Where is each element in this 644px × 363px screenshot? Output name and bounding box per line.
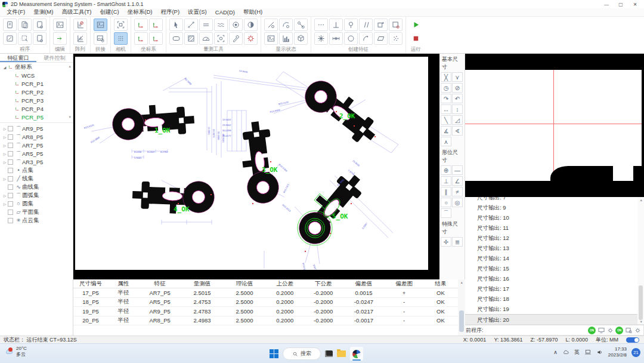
pick-tool-button[interactable] <box>169 19 183 31</box>
basic-dim-tool-11[interactable]: ∡ <box>441 126 451 136</box>
parallel-tool-button[interactable] <box>199 19 213 31</box>
output-list-item[interactable]: 尺寸输出: 14 <box>465 253 644 263</box>
unit-toggle[interactable] <box>626 337 639 343</box>
special-dim-tool-1[interactable]: ✢ <box>441 237 451 247</box>
basic-dim-tool-3[interactable]: ◷ <box>441 83 451 93</box>
table-scrollbar[interactable]: ▲ <box>458 279 465 336</box>
basic-dim-tool-1[interactable]: ╳ <box>441 72 451 82</box>
scroll-down-icon[interactable]: ▼ <box>640 320 643 324</box>
tree-item-pcr-p5-selected[interactable]: PCR_P5 <box>0 113 73 121</box>
stitch-settings-button[interactable] <box>94 32 107 45</box>
tree-item-pcr-p1[interactable]: PCR_P1 <box>0 79 73 88</box>
visibility-checkbox[interactable] <box>8 176 13 182</box>
tree-item-line-set[interactable]: ▷ ╱ 线集 <box>0 174 73 183</box>
scroll-up-icon[interactable]: ▲ <box>640 198 643 202</box>
output-list-scrollbar[interactable]: ▲ ▼ <box>637 197 644 325</box>
device-icon[interactable] <box>584 349 592 356</box>
visibility-checkbox[interactable] <box>8 168 13 173</box>
menu-cad[interactable]: CAD(D) <box>211 9 239 16</box>
circle-tool-button[interactable] <box>229 19 243 31</box>
tree-item-pointcloud-set[interactable]: ✳ 点云集 <box>0 216 73 224</box>
edit-program-button[interactable] <box>3 32 17 45</box>
output-list-item[interactable]: 尺寸输出: 13 <box>465 243 644 253</box>
symmetry-tool[interactable]: ≠ <box>452 187 463 196</box>
col-deviation-chart[interactable]: 偏差图 <box>385 280 423 288</box>
new-program-button[interactable] <box>3 19 17 31</box>
tree-item-curve-set[interactable]: ∿ 曲线集 <box>0 183 73 191</box>
notification-count-badge[interactable]: 21 <box>631 348 640 357</box>
save-program-button[interactable] <box>33 19 47 31</box>
create-arc-button[interactable] <box>359 32 373 45</box>
edit-image-button[interactable] <box>53 19 67 31</box>
tree-item-circle-set[interactable]: ▷ ○ 圆集 <box>0 199 73 208</box>
tree-item-wcs[interactable]: WCS <box>0 71 73 79</box>
onedrive-icon[interactable] <box>562 349 569 356</box>
coordinate-align-button[interactable] <box>149 32 163 45</box>
coordinate-translate-button[interactable] <box>134 32 148 45</box>
toggle-on-badge-2[interactable]: ON <box>615 327 623 334</box>
create-perpendicular-button[interactable] <box>329 19 343 31</box>
menu-help[interactable]: 帮助(H) <box>239 8 267 16</box>
col-feature[interactable]: 特征 <box>139 280 181 288</box>
create-plane-button[interactable] <box>374 32 388 45</box>
tree-item-ar3[interactable]: ▷ ⌒ AR3_P5 <box>0 158 73 166</box>
basic-dim-tool-7[interactable]: ↔ <box>441 104 451 114</box>
show-lines-button[interactable] <box>264 19 278 31</box>
scrollbar-thumb[interactable] <box>639 285 643 320</box>
col-upper-tolerance[interactable]: 上公差 <box>265 280 304 288</box>
toggle-on-badge-1[interactable]: ON <box>588 327 596 334</box>
table-row[interactable]: 17_P5半径AR7_P5 2.50152.50000.2000 -0.2000… <box>73 288 458 298</box>
output-list-item[interactable]: 尺寸输出: 16 <box>465 273 644 284</box>
create-pin-button[interactable] <box>344 19 358 31</box>
scroll-up-icon[interactable]: ▲ <box>460 281 463 284</box>
gear-icon[interactable] <box>607 327 614 334</box>
tree-item-pcr-p2[interactable]: PCR_P2 <box>0 88 73 96</box>
tree-scroll-down-icon[interactable]: ▼ <box>69 115 72 119</box>
tab-hardware-control[interactable]: 硬件控制 <box>36 54 73 62</box>
col-lower-tolerance[interactable]: 下公差 <box>304 280 343 288</box>
show-image-button[interactable] <box>264 32 278 45</box>
col-dimension-id[interactable]: 尺寸编号 <box>73 280 108 288</box>
menu-create[interactable]: 创建(C) <box>96 8 123 16</box>
tree-item-plane-set[interactable]: ▱ 平面集 <box>0 208 73 216</box>
perpendicularity-tool[interactable]: ⊥ <box>441 176 451 186</box>
expander-icon[interactable]: ▷ <box>2 135 8 139</box>
output-list-item[interactable]: 尺寸输出: 10 <box>465 213 644 223</box>
visibility-checkbox[interactable] <box>8 193 13 198</box>
straightness-tool[interactable]: — <box>452 165 463 175</box>
image-search-icon[interactable] <box>625 327 633 334</box>
ime-indicator[interactable]: 英 <box>574 349 580 356</box>
curve-tool-button[interactable] <box>214 19 228 31</box>
basic-dim-tool-13[interactable]: ⋏ <box>441 137 451 146</box>
tree-item-ar9[interactable]: ▷ ⌒ AR9_P5 <box>0 124 73 133</box>
smartghost-app-button[interactable] <box>350 347 363 361</box>
minimize-button[interactable]: — <box>600 0 613 8</box>
run-button[interactable] <box>409 19 423 31</box>
col-attribute[interactable]: 属性 <box>108 280 139 288</box>
apply-edit-button[interactable] <box>53 32 67 45</box>
create-star-point-button[interactable] <box>314 32 328 45</box>
coordinate-create-button[interactable] <box>134 19 148 31</box>
start-button[interactable] <box>270 349 278 358</box>
close-button[interactable]: ✕ <box>628 0 642 8</box>
menu-measure[interactable]: 量测(M) <box>29 8 57 16</box>
angularity-tool[interactable]: ∠ <box>452 176 463 186</box>
clock-widget[interactable]: 17:33 2023/2/8 <box>608 346 627 358</box>
tree-item-ar5[interactable]: ▷ ⌒ AR5_P5 <box>0 149 73 158</box>
output-list-item-selected[interactable]: 尺寸输出: 20 <box>465 314 644 324</box>
tree-item-ar7[interactable]: ▷ ⌒ AR7_P5 <box>0 141 73 149</box>
show-chart-button[interactable] <box>279 32 293 45</box>
position-tool[interactable]: ⊕ <box>441 165 451 175</box>
special-dim-tool-2[interactable]: ≣ <box>452 237 463 247</box>
expander-icon[interactable]: ▷ <box>2 152 8 156</box>
visibility-checkbox[interactable] <box>8 126 13 131</box>
show-arcs-button[interactable] <box>279 19 293 31</box>
region-tool-button[interactable] <box>184 32 198 45</box>
table-row[interactable]: 20_P5半径AR8_P5 2.49832.50000.2000 -0.2000… <box>73 316 458 326</box>
expander-icon[interactable]: ▷ <box>2 160 8 164</box>
array-on-button[interactable] <box>73 19 87 31</box>
visibility-checkbox[interactable] <box>8 201 13 207</box>
expander-icon[interactable]: ▷ <box>2 127 8 131</box>
stitch-image-button[interactable] <box>94 19 107 31</box>
basic-dim-tool-2[interactable]: ⋎ <box>452 72 463 82</box>
